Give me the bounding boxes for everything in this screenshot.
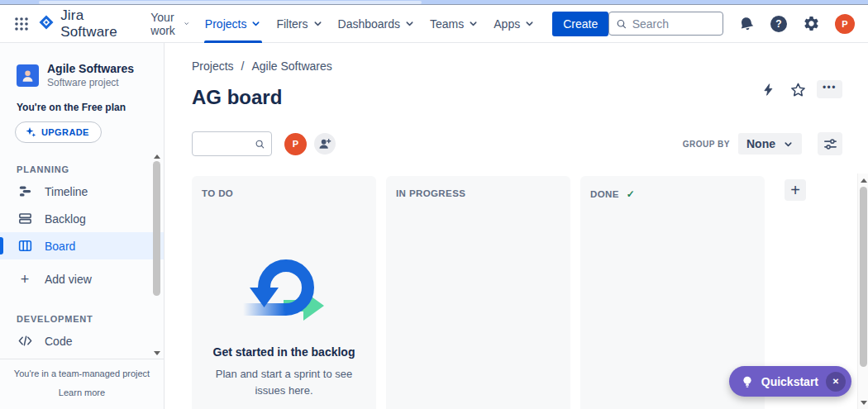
jira-logo[interactable]: Jira Software <box>38 7 130 40</box>
automation-lightning-icon[interactable] <box>757 78 780 101</box>
member-avatar[interactable]: P <box>284 133 307 155</box>
chevron-down-icon <box>312 18 323 29</box>
empty-state-title: Get started in the backlog <box>212 345 356 359</box>
project-header[interactable]: Agile Softwares Software project <box>0 43 164 88</box>
primary-nav: Your work Projects Filters Dashboards Te… <box>143 5 542 43</box>
scroll-up-arrow[interactable] <box>151 151 162 161</box>
sprint-loop-illustration <box>238 254 331 332</box>
sidebar-item-backlog[interactable]: Backlog <box>0 205 164 232</box>
backlog-icon <box>17 211 33 226</box>
project-avatar <box>17 64 39 87</box>
app-switcher-icon[interactable] <box>12 12 31 36</box>
board-toolbar: P GROUP BY None <box>192 131 842 157</box>
global-search-input[interactable] <box>632 17 716 31</box>
page-title: AG board <box>192 86 282 109</box>
create-button[interactable]: Create <box>552 12 608 36</box>
board-main-area: Projects / Agile Softwares AG board ••• … <box>165 43 868 409</box>
empty-state-description: Plan and start a sprint to see issues he… <box>212 366 356 398</box>
chevron-down-icon <box>783 139 794 150</box>
nav-item-teams[interactable]: Teams <box>422 5 486 43</box>
scrollbar-thumb[interactable] <box>153 161 160 296</box>
nav-item-apps[interactable]: Apps <box>486 5 542 43</box>
code-icon <box>17 333 33 349</box>
jira-diamond-icon <box>38 14 55 34</box>
board-icon <box>17 238 33 254</box>
section-title-development: DEVELOPMENT <box>17 314 164 324</box>
sparkle-icon <box>25 126 36 138</box>
sidebar-item-add-view[interactable]: + Add view <box>0 265 164 292</box>
search-icon <box>255 138 265 150</box>
nav-item-projects[interactable]: Projects <box>198 5 269 43</box>
column-in-progress: IN PROGRESS <box>386 176 570 409</box>
sidebar-footer: You're in a team-managed project Learn m… <box>0 359 164 409</box>
nav-item-your-work[interactable]: Your work <box>143 5 198 43</box>
column-header-in-progress[interactable]: IN PROGRESS <box>386 176 570 205</box>
chevron-down-icon <box>524 18 535 29</box>
add-people-icon[interactable] <box>314 133 336 155</box>
chevron-down-icon <box>184 18 189 29</box>
done-check-icon: ✓ <box>627 188 635 200</box>
board-empty-state: Get started in the backlog Plan and star… <box>192 205 376 409</box>
scroll-down-arrow[interactable] <box>151 348 162 358</box>
plus-icon: + <box>17 272 33 287</box>
browser-tab-hint <box>39 1 422 4</box>
column-todo: TO DO Ge <box>192 176 376 409</box>
sidebar-scrollbar[interactable] <box>151 151 162 358</box>
sidebar-item-timeline[interactable]: Timeline <box>0 178 164 205</box>
scroll-down-arrow[interactable] <box>858 397 868 407</box>
global-search[interactable] <box>608 12 723 36</box>
add-column-button[interactable]: + <box>785 179 806 201</box>
column-header-done[interactable]: DONE ✓ <box>580 176 765 207</box>
column-header-todo[interactable]: TO DO <box>192 176 376 205</box>
scrollbar-thumb[interactable] <box>860 187 867 367</box>
quickstart-button[interactable]: Quickstart ✕ <box>729 366 851 397</box>
project-type: Software project <box>47 77 134 88</box>
view-settings-icon[interactable] <box>818 132 842 155</box>
quickstart-close-icon[interactable]: ✕ <box>826 372 846 392</box>
scroll-up-arrow[interactable] <box>858 175 868 185</box>
board-columns: TO DO Ge <box>192 176 806 409</box>
board-search-input[interactable] <box>199 138 255 150</box>
sidebar-item-board[interactable]: Board <box>0 232 164 259</box>
board-search[interactable] <box>192 131 272 156</box>
app-title: Jira Software <box>60 7 130 40</box>
plan-banner-text: You're on the Free plan <box>17 102 164 113</box>
learn-more-link[interactable]: Learn more <box>59 388 105 397</box>
sidebar-item-code[interactable]: Code <box>0 327 164 354</box>
group-by-label: GROUP BY <box>683 140 730 149</box>
breadcrumb-separator: / <box>241 59 245 73</box>
breadcrumb-project-name[interactable]: Agile Softwares <box>251 59 331 73</box>
notifications-bell-icon[interactable] <box>735 12 758 36</box>
chevron-down-icon <box>404 18 415 29</box>
settings-gear-icon[interactable] <box>799 12 823 36</box>
project-name: Agile Softwares <box>47 63 134 75</box>
section-title-planning: PLANNING <box>17 164 164 174</box>
search-icon <box>616 17 627 31</box>
nav-item-filters[interactable]: Filters <box>269 5 330 43</box>
team-managed-note: You're in a team-managed project <box>5 369 159 378</box>
quickstart-label: Quickstart <box>761 375 818 388</box>
breadcrumb-projects[interactable]: Projects <box>192 59 234 73</box>
chevron-down-icon <box>468 18 479 29</box>
help-icon[interactable]: ? <box>770 16 787 32</box>
group-by-select[interactable]: None <box>738 133 802 155</box>
more-options-icon[interactable]: ••• <box>817 80 842 98</box>
board-scrollbar[interactable] <box>857 174 868 409</box>
chevron-down-icon <box>250 18 261 29</box>
project-sidebar: Agile Softwares Software project You're … <box>0 43 165 409</box>
user-avatar[interactable]: P <box>835 14 855 34</box>
star-favorite-icon[interactable] <box>787 78 810 101</box>
board-actions: ••• <box>757 78 842 101</box>
timeline-icon <box>17 183 33 199</box>
upgrade-button[interactable]: UPGRADE <box>15 121 102 143</box>
top-navigation-bar: Jira Software Your work Projects Filters… <box>0 5 868 43</box>
breadcrumb: Projects / Agile Softwares <box>192 59 332 73</box>
topnav-actions: ? P <box>735 12 855 36</box>
lightbulb-icon <box>741 375 754 388</box>
nav-item-dashboards[interactable]: Dashboards <box>331 5 423 43</box>
